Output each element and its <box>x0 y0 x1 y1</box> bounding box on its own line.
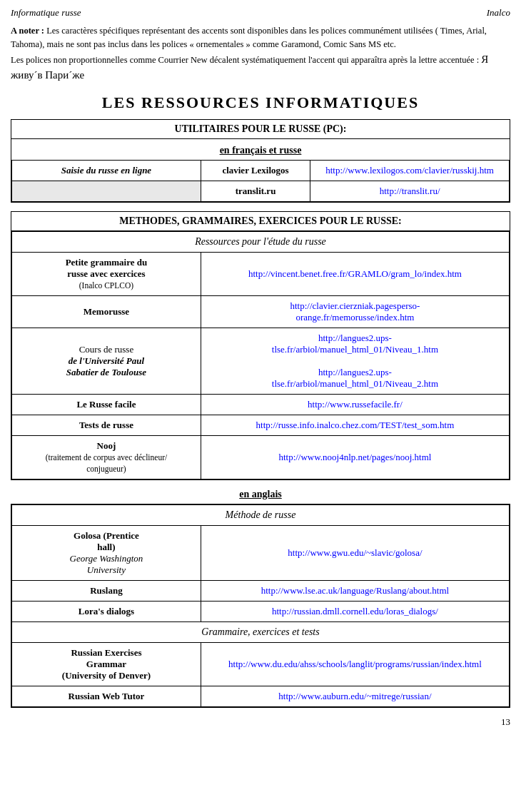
note-text3: Les polices non proportionnelles comme C… <box>11 55 479 65</box>
table-row: Le Russe facile http://www.russefacile.f… <box>12 394 510 415</box>
petite-grammaire-label: Petite grammaire durusse avec exercices … <box>12 252 201 295</box>
tests-russe-link-cell[interactable]: http://russe.info.inalco.chez.com/TEST/t… <box>201 415 509 435</box>
memorusse-link[interactable]: http://clavier.cierzniak.pagesperso-oran… <box>290 300 420 323</box>
memorusse-label: Memorusse <box>12 295 201 328</box>
sub-header-fr-ru: en français et russe <box>11 145 510 156</box>
russian-exercises-link[interactable]: http://www.du.edu/ahss/schools/langlit/p… <box>228 659 482 669</box>
header-left: Informatique russe <box>11 7 81 19</box>
russian-web-tutor-label: Russian Web Tutor <box>12 686 201 706</box>
grammaire-header-row: Grammaire, exercices et tests <box>12 621 510 642</box>
section1-header: UTILITAIRES POUR LE RUSSE (PC): <box>11 120 510 139</box>
note-text1: Les caractères spécifiques représentant … <box>46 26 438 36</box>
loras-dialogs-label: Lora's dialogs <box>12 601 201 621</box>
en-anglais-header: en anglais <box>11 489 510 500</box>
table-row: Russian ExercisesGrammar(University of D… <box>12 642 510 686</box>
empty-label-cell <box>12 181 201 201</box>
resources-header-row: Ressources pour l'étude du russe <box>12 231 510 252</box>
section2-header: METHODES, GRAMMAIRES, EXERCICES POUR LE … <box>11 212 510 231</box>
golosa-link[interactable]: http://www.gwu.edu/~slavic/golosa/ <box>288 547 422 558</box>
anglais-table: Méthode de russe Golosa (Prenticehall) G… <box>11 504 510 707</box>
russian-exercises-link-cell[interactable]: http://www.du.edu/ahss/schools/langlit/p… <box>201 642 509 686</box>
golosa-link-cell[interactable]: http://www.gwu.edu/~slavic/golosa/ <box>201 525 509 580</box>
methode-header-row: Méthode de russe <box>12 504 510 525</box>
table-row: Saisie du russe en ligne clavier Lexilog… <box>12 160 510 181</box>
lexilogos-link[interactable]: http://www.lexilogos.com/clavier/russkij… <box>325 165 494 176</box>
nooj-link[interactable]: http://www.nooj4nlp.net/pages/nooj.html <box>278 452 431 462</box>
table-row: Cours de russe de l'Université PaulSabat… <box>12 328 510 394</box>
table-row: Lora's dialogs http://russian.dmll.corne… <box>12 601 510 621</box>
table-row: Ruslang http://www.lse.ac.uk/language/Ru… <box>12 580 510 601</box>
clavier-lexilogos-cell: clavier Lexilogos <box>201 160 310 181</box>
note-label: A noter : <box>11 26 44 36</box>
ruslang-link-cell[interactable]: http://www.lse.ac.uk/language/Ruslang/ab… <box>201 580 509 601</box>
petite-grammaire-link-cell[interactable]: http://vincent.benet.free.fr/GRAMLO/gram… <box>201 252 509 295</box>
table-row: Russian Web Tutor http://www.auburn.edu/… <box>12 686 510 706</box>
resources-table: Ressources pour l'étude du russe Petite … <box>11 231 510 479</box>
tests-russe-label: Tests de russe <box>12 415 201 435</box>
nooj-label: Nooj (traitement de corpus avec déclineu… <box>12 435 201 479</box>
table-row: Golosa (Prenticehall) George WashingtonU… <box>12 525 510 580</box>
nooj-link-cell[interactable]: http://www.nooj4nlp.net/pages/nooj.html <box>201 435 509 479</box>
table-row: translit.ru http://translit.ru/ <box>12 181 510 201</box>
cours-russe-link2[interactable]: http://langues2.ups-tlse.fr/arbiol/manue… <box>272 367 438 389</box>
page-number: 13 <box>11 716 510 728</box>
lexilogos-link-cell[interactable]: http://www.lexilogos.com/clavier/russkij… <box>310 160 510 181</box>
saisie-label: Saisie du russe en ligne <box>12 160 201 181</box>
russian-web-tutor-link-cell[interactable]: http://www.auburn.edu/~mitrege/russian/ <box>201 686 509 706</box>
russe-facile-link[interactable]: http://www.russefacile.fr/ <box>308 399 403 410</box>
table-row: Nooj (traitement de corpus avec déclineu… <box>12 435 510 479</box>
table-row: Memorusse http://clavier.cierzniak.pages… <box>12 295 510 328</box>
ressources-header: Ressources pour l'étude du russe <box>12 231 510 252</box>
cours-russe-label: Cours de russe de l'Université PaulSabat… <box>12 328 201 394</box>
ruslang-link[interactable]: http://www.lse.ac.uk/language/Ruslang/ab… <box>261 585 449 596</box>
main-title: LES RESSOURCES INFORMATIQUES <box>11 93 510 112</box>
tests-russe-link[interactable]: http://russe.info.inalco.chez.com/TEST/t… <box>256 420 455 430</box>
section-anglais: Méthode de russe Golosa (Prenticehall) G… <box>11 504 510 708</box>
section-utilitaires: UTILITAIRES POUR LE RUSSE (PC): en franç… <box>11 119 510 203</box>
loras-dialogs-link-cell[interactable]: http://russian.dmll.cornell.edu/loras_di… <box>201 601 509 621</box>
header-right: Inalco <box>487 7 510 19</box>
russe-facile-label: Le Russe facile <box>12 394 201 415</box>
fr-ru-table: Saisie du russe en ligne clavier Lexilog… <box>11 160 510 202</box>
methode-header: Méthode de russe <box>12 504 510 525</box>
russian-exercises-label: Russian ExercisesGrammar(University of D… <box>12 642 201 686</box>
russe-facile-link-cell[interactable]: http://www.russefacile.fr/ <box>201 394 509 415</box>
translit-link-cell[interactable]: http://translit.ru/ <box>310 181 510 201</box>
russian-web-tutor-link[interactable]: http://www.auburn.edu/~mitrege/russian/ <box>278 691 431 701</box>
translit-label-cell: translit.ru <box>201 181 310 201</box>
golosa-label: Golosa (Prenticehall) George WashingtonU… <box>12 525 201 580</box>
grammaire-header: Grammaire, exercices et tests <box>12 621 510 642</box>
cours-russe-link1[interactable]: http://langues2.ups-tlse.fr/arbiol/manue… <box>272 333 438 355</box>
memorusse-link-cell[interactable]: http://clavier.cierzniak.pagesperso-oran… <box>201 295 509 328</box>
loras-dialogs-link[interactable]: http://russian.dmll.cornell.edu/loras_di… <box>272 606 438 616</box>
table-row: Petite grammaire durusse avec exercices … <box>12 252 510 295</box>
ruslang-label: Ruslang <box>12 580 201 601</box>
section-methodes: METHODES, GRAMMAIRES, EXERCICES POUR LE … <box>11 211 510 480</box>
table-row: Tests de russe http://russe.info.inalco.… <box>12 415 510 435</box>
translit-link[interactable]: http://translit.ru/ <box>380 186 440 196</box>
note-section: A noter : Les caractères spécifiques rep… <box>11 24 510 83</box>
cours-russe-link-cell[interactable]: http://langues2.ups-tlse.fr/arbiol/manue… <box>201 328 509 394</box>
petite-grammaire-link[interactable]: http://vincent.benet.free.fr/GRAMLO/gram… <box>248 268 462 279</box>
